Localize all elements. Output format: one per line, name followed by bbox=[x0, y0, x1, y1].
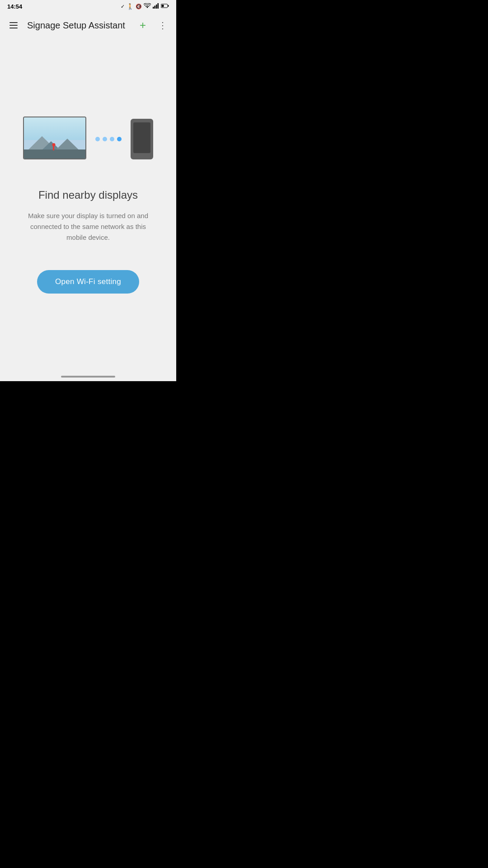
phone-illustration bbox=[131, 119, 153, 159]
main-content: Find nearby displays Make sure your disp… bbox=[0, 38, 176, 372]
dot-3 bbox=[110, 137, 114, 141]
battery-icon bbox=[161, 3, 169, 9]
app-bar: Signage Setup Assistant + ⋮ bbox=[0, 13, 176, 38]
svg-rect-5 bbox=[168, 5, 169, 7]
hamburger-icon bbox=[9, 22, 18, 28]
status-icons: ✓ 🚶 🔇 bbox=[121, 3, 169, 10]
tv-illustration bbox=[23, 117, 86, 162]
sub-text: Make sure your display is turned on and … bbox=[25, 210, 151, 243]
mute-icon: 🔇 bbox=[136, 4, 142, 9]
menu-button[interactable] bbox=[4, 15, 23, 35]
check-icon: ✓ bbox=[121, 4, 125, 9]
nav-pill bbox=[61, 376, 115, 378]
more-icon: ⋮ bbox=[158, 20, 168, 31]
signal-icon bbox=[153, 3, 159, 9]
svg-rect-6 bbox=[162, 5, 164, 7]
illustration bbox=[23, 117, 153, 162]
add-button[interactable]: + bbox=[133, 15, 153, 35]
svg-rect-3 bbox=[158, 3, 159, 9]
svg-rect-1 bbox=[155, 6, 156, 9]
tv-sky bbox=[24, 117, 85, 140]
status-bar: 14:54 ✓ 🚶 🔇 bbox=[0, 0, 176, 13]
app-title: Signage Setup Assistant bbox=[27, 20, 133, 31]
svg-rect-0 bbox=[153, 7, 154, 9]
phone-frame: 14:54 ✓ 🚶 🔇 bbox=[0, 0, 176, 381]
wifi-settings-button[interactable]: Open Wi-Fi setting bbox=[37, 270, 139, 294]
status-time: 14:54 bbox=[7, 3, 22, 10]
figure-icon: 🚶 bbox=[127, 3, 134, 10]
connection-dots bbox=[95, 137, 122, 141]
dot-1 bbox=[95, 137, 100, 141]
text-section: Find nearby displays Make sure your disp… bbox=[25, 189, 151, 243]
add-icon: + bbox=[140, 19, 146, 32]
main-heading: Find nearby displays bbox=[25, 189, 151, 201]
svg-rect-2 bbox=[156, 5, 157, 9]
tv-screen bbox=[23, 117, 86, 159]
wifi-icon bbox=[144, 3, 151, 9]
dot-4 bbox=[117, 137, 122, 141]
more-button[interactable]: ⋮ bbox=[153, 15, 173, 35]
dot-2 bbox=[103, 137, 107, 141]
tv-foreground bbox=[24, 149, 85, 159]
phone-screen bbox=[133, 122, 150, 153]
bottom-indicator bbox=[0, 372, 176, 381]
tv-pin bbox=[53, 145, 54, 150]
